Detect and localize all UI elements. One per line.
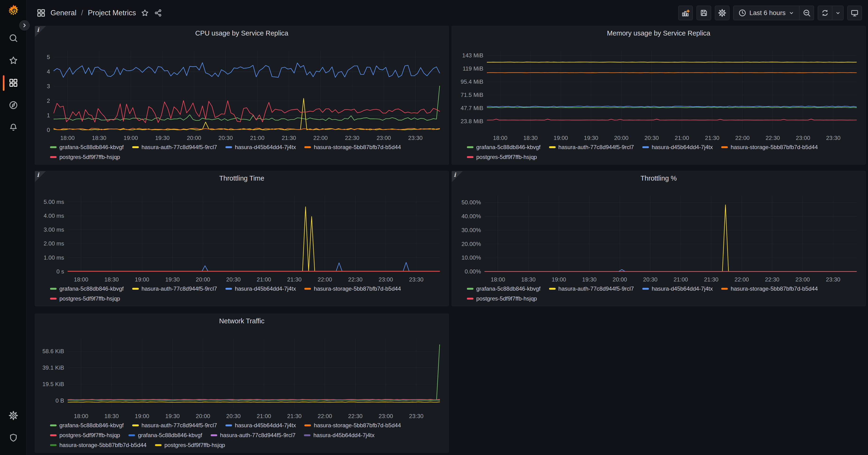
panel-title[interactable]: CPU usage by Service Replica (35, 26, 448, 40)
legend-label: grafana-5c88db846-kbvgf (476, 144, 540, 151)
sidebar-item-search[interactable] (8, 33, 19, 44)
panel-info-corner[interactable]: i (35, 171, 46, 182)
grafana-logo[interactable] (7, 4, 20, 18)
legend-item[interactable]: hasura-auth-77c8d944f5-9rcl7 (132, 144, 217, 151)
legend-item[interactable]: hasura-storage-5bb87bfb7d-b5d44 (721, 285, 818, 292)
legend-item[interactable]: postgres-5df9f7ffb-hsjqp (50, 153, 120, 161)
legend-item[interactable]: grafana-5c88db846-kbvgf (50, 144, 124, 151)
apps-grid-icon[interactable] (36, 8, 46, 18)
save-dashboard-button[interactable] (696, 6, 711, 20)
legend-swatch (50, 424, 57, 426)
svg-text:1: 1 (47, 112, 50, 118)
legend-swatch (50, 434, 57, 436)
legend-item[interactable]: grafana-5c88db846-kbvgf (467, 285, 540, 292)
svg-text:22:00: 22:00 (735, 135, 750, 141)
refresh-dashboard-button[interactable] (818, 6, 832, 20)
time-range-picker[interactable]: Last 6 hours (733, 6, 799, 20)
legend-label: postgres-5df9f7ffb-hsjqp (59, 432, 120, 439)
svg-text:18:00: 18:00 (74, 276, 88, 283)
legend-swatch (304, 146, 311, 148)
legend-item[interactable]: hasura-storage-5bb87bfb7d-b5d44 (304, 285, 401, 292)
legend-item[interactable]: postgres-5df9f7ffb-hsjqp (50, 295, 120, 302)
sidebar-item-server-admin[interactable] (8, 432, 19, 443)
cycle-view-mode-button[interactable] (847, 6, 862, 20)
sidebar-item-starred[interactable] (8, 55, 19, 66)
legend-item[interactable]: hasura-d45b64dd4-7j4tx (304, 432, 374, 439)
legend-label: hasura-auth-77c8d944f5-9rcl7 (142, 144, 217, 151)
time-series-chart[interactable]: 18:0018:3019:0019:3020:0020:3021:0021:30… (35, 185, 448, 285)
zoom-out-icon (803, 9, 811, 17)
legend-item[interactable]: grafana-5c88db846-kbvgf (128, 432, 202, 439)
sidebar (0, 0, 27, 455)
panel-info-corner[interactable]: i (35, 26, 46, 37)
legend-item[interactable]: postgres-5df9f7ffb-hsjqp (467, 295, 537, 302)
dashboard-settings-button[interactable] (715, 6, 730, 20)
legend-swatch (642, 146, 649, 148)
star-dashboard-icon[interactable] (141, 9, 149, 17)
svg-text:21:00: 21:00 (257, 276, 271, 283)
svg-text:71.5 MiB: 71.5 MiB (461, 92, 483, 98)
sidebar-item-dashboards[interactable] (8, 77, 19, 88)
svg-text:19.5 KiB: 19.5 KiB (42, 381, 64, 387)
legend-item[interactable]: grafana-5c88db846-kbvgf (50, 285, 124, 292)
legend-item[interactable]: hasura-auth-77c8d944f5-9rcl7 (132, 285, 217, 292)
legend-item[interactable]: hasura-storage-5bb87bfb7d-b5d44 (721, 144, 818, 151)
zoom-out-time-button[interactable] (799, 6, 814, 20)
legend-label: grafana-5c88db846-kbvgf (59, 144, 124, 151)
legend-swatch (132, 146, 139, 148)
legend-item[interactable]: postgres-5df9f7ffb-hsjqp (50, 432, 120, 439)
legend-item[interactable]: hasura-storage-5bb87bfb7d-b5d44 (50, 442, 147, 449)
legend-item[interactable]: hasura-auth-77c8d944f5-9rcl7 (132, 422, 217, 429)
chevron-down-icon (835, 10, 841, 16)
legend-item[interactable]: hasura-d45b64dd4-7j4tx (642, 285, 713, 292)
legend-swatch (225, 424, 232, 426)
active-nav-indicator (3, 75, 4, 91)
legend-item[interactable]: hasura-d45b64dd4-7j4tx (225, 144, 296, 151)
legend-label: hasura-storage-5bb87bfb7d-b5d44 (59, 442, 147, 449)
legend-swatch (642, 288, 649, 290)
panel-title[interactable]: Memory usage by Service Replica (452, 26, 865, 40)
refresh-interval-dropdown[interactable] (832, 6, 844, 20)
legend-item[interactable]: hasura-auth-77c8d944f5-9rcl7 (211, 432, 296, 439)
legend-item[interactable]: postgres-5df9f7ffb-hsjqp (155, 442, 225, 449)
legend-item[interactable]: hasura-auth-77c8d944f5-9rcl7 (549, 144, 634, 151)
add-panel-button[interactable] (678, 6, 693, 20)
legend-item[interactable]: grafana-5c88db846-kbvgf (467, 144, 540, 151)
panel-title[interactable]: Throttling % (452, 171, 865, 185)
panel-title[interactable]: Network Traffic (35, 314, 448, 328)
gear-icon (718, 9, 726, 17)
svg-text:40.00%: 40.00% (462, 213, 481, 219)
legend-label: hasura-auth-77c8d944f5-9rcl7 (220, 432, 296, 439)
legend-item[interactable]: hasura-storage-5bb87bfb7d-b5d44 (304, 422, 401, 429)
time-series-chart[interactable]: 18:0018:3019:0019:3020:0020:3021:0021:30… (452, 185, 865, 285)
svg-text:23:30: 23:30 (826, 135, 840, 141)
legend-item[interactable]: grafana-5c88db846-kbvgf (50, 422, 124, 429)
legend-swatch (304, 424, 311, 426)
legend-item[interactable]: hasura-d45b64dd4-7j4tx (642, 144, 713, 151)
breadcrumb-dashboard-title[interactable]: Project Metrics (88, 9, 136, 17)
svg-text:20:00: 20:00 (187, 135, 201, 141)
legend-swatch (549, 146, 556, 148)
time-series-chart[interactable]: 18:0018:3019:0019:3020:0020:3021:0021:30… (452, 40, 865, 143)
sidebar-expand-button[interactable] (19, 20, 30, 31)
sidebar-item-alerting[interactable] (8, 122, 19, 133)
legend-item[interactable]: hasura-auth-77c8d944f5-9rcl7 (549, 285, 634, 292)
sidebar-item-explore[interactable] (8, 100, 19, 111)
svg-text:23:00: 23:00 (376, 135, 391, 141)
legend-item[interactable]: postgres-5df9f7ffb-hsjqp (467, 153, 537, 161)
time-series-chart[interactable]: 18:0018:3019:0019:3020:0020:3021:0021:30… (35, 40, 448, 143)
legend-item[interactable]: hasura-d45b64dd4-7j4tx (225, 422, 296, 429)
info-icon: i (454, 171, 456, 178)
compass-icon (8, 100, 18, 110)
legend-item[interactable]: hasura-d45b64dd4-7j4tx (225, 285, 296, 292)
share-icon[interactable] (154, 9, 162, 17)
breadcrumb-folder[interactable]: General (51, 9, 76, 17)
legend-label: hasura-auth-77c8d944f5-9rcl7 (558, 144, 634, 151)
gear-icon (8, 410, 18, 421)
svg-text:143 MiB: 143 MiB (462, 52, 483, 59)
legend-item[interactable]: hasura-storage-5bb87bfb7d-b5d44 (304, 144, 401, 151)
panel-title[interactable]: Throttling Time (35, 171, 448, 185)
time-series-chart[interactable]: 18:0018:3019:0019:3020:0020:3021:0021:30… (35, 328, 448, 421)
sidebar-item-configuration[interactable] (8, 410, 19, 421)
panel-info-corner[interactable]: i (452, 171, 463, 182)
